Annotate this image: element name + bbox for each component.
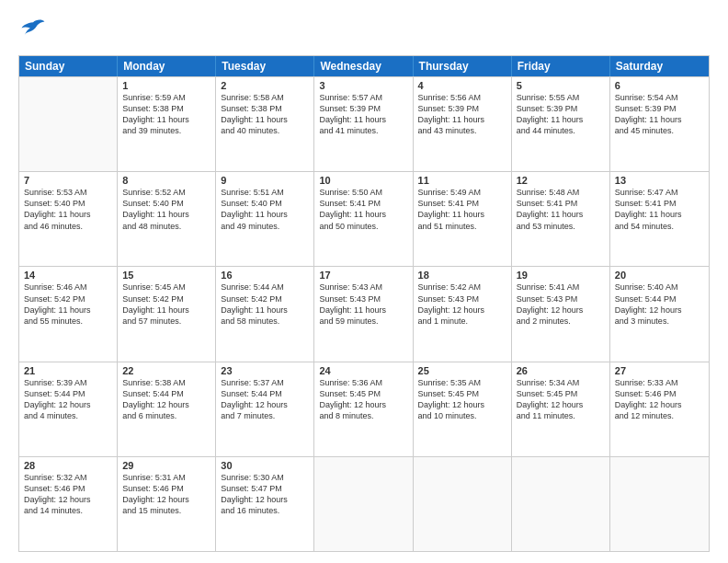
- cell-details: Sunrise: 5:38 AMSunset: 5:44 PMDaylight:…: [122, 377, 210, 422]
- calendar-cell: [19, 77, 118, 171]
- calendar-cell: 24Sunrise: 5:36 AMSunset: 5:45 PMDayligh…: [314, 362, 413, 456]
- cell-details: Sunrise: 5:34 AMSunset: 5:45 PMDaylight:…: [517, 377, 605, 422]
- day-number: 15: [122, 270, 210, 281]
- cell-details: Sunrise: 5:41 AMSunset: 5:43 PMDaylight:…: [517, 282, 605, 327]
- cell-details: Sunrise: 5:54 AMSunset: 5:39 PMDaylight:…: [615, 92, 704, 137]
- day-number: 24: [319, 365, 407, 376]
- calendar-cell: 5Sunrise: 5:55 AMSunset: 5:39 PMDaylight…: [512, 77, 610, 171]
- header-cell-saturday: Saturday: [610, 56, 709, 76]
- cell-details: Sunrise: 5:35 AMSunset: 5:45 PMDaylight:…: [418, 377, 506, 422]
- day-number: 25: [418, 365, 506, 376]
- calendar-cell: 19Sunrise: 5:41 AMSunset: 5:43 PMDayligh…: [512, 267, 610, 361]
- cell-details: Sunrise: 5:53 AMSunset: 5:40 PMDaylight:…: [24, 187, 112, 232]
- calendar-row-0: 1Sunrise: 5:59 AMSunset: 5:38 PMDaylight…: [19, 76, 709, 171]
- day-number: 17: [319, 270, 407, 281]
- header-cell-thursday: Thursday: [414, 56, 512, 76]
- header-cell-tuesday: Tuesday: [216, 56, 314, 76]
- day-number: 5: [517, 80, 605, 91]
- calendar-cell: 14Sunrise: 5:46 AMSunset: 5:42 PMDayligh…: [19, 267, 118, 361]
- cell-details: Sunrise: 5:58 AMSunset: 5:38 PMDaylight:…: [221, 92, 309, 137]
- day-number: 4: [418, 80, 506, 91]
- calendar-cell: 17Sunrise: 5:43 AMSunset: 5:43 PMDayligh…: [314, 267, 413, 361]
- calendar-cell: 18Sunrise: 5:42 AMSunset: 5:43 PMDayligh…: [414, 267, 512, 361]
- calendar-cell: 27Sunrise: 5:33 AMSunset: 5:46 PMDayligh…: [610, 362, 709, 456]
- header-cell-monday: Monday: [118, 56, 216, 76]
- day-number: 16: [221, 270, 309, 281]
- calendar-cell: 4Sunrise: 5:56 AMSunset: 5:39 PMDaylight…: [414, 77, 512, 171]
- calendar-cell: [314, 457, 413, 551]
- calendar-cell: [610, 457, 709, 551]
- calendar-row-3: 21Sunrise: 5:39 AMSunset: 5:44 PMDayligh…: [19, 362, 709, 456]
- day-number: 28: [24, 460, 112, 471]
- cell-details: Sunrise: 5:51 AMSunset: 5:40 PMDaylight:…: [221, 187, 309, 232]
- calendar-cell: 15Sunrise: 5:45 AMSunset: 5:42 PMDayligh…: [118, 267, 216, 361]
- day-number: 11: [418, 175, 506, 186]
- day-number: 23: [221, 365, 309, 376]
- calendar-cell: [512, 457, 610, 551]
- header-cell-friday: Friday: [512, 56, 610, 76]
- calendar-cell: 25Sunrise: 5:35 AMSunset: 5:45 PMDayligh…: [414, 362, 512, 456]
- calendar-cell: [414, 457, 512, 551]
- calendar-header: SundayMondayTuesdayWednesdayThursdayFrid…: [19, 56, 709, 76]
- cell-details: Sunrise: 5:44 AMSunset: 5:42 PMDaylight:…: [221, 282, 309, 327]
- cell-details: Sunrise: 5:59 AMSunset: 5:38 PMDaylight:…: [122, 92, 210, 137]
- calendar-cell: 8Sunrise: 5:52 AMSunset: 5:40 PMDaylight…: [118, 172, 216, 266]
- calendar-cell: 22Sunrise: 5:38 AMSunset: 5:44 PMDayligh…: [118, 362, 216, 456]
- calendar-cell: 12Sunrise: 5:48 AMSunset: 5:41 PMDayligh…: [512, 172, 610, 266]
- calendar-cell: 16Sunrise: 5:44 AMSunset: 5:42 PMDayligh…: [216, 267, 314, 361]
- logo-icon: [20, 17, 46, 42]
- day-number: 8: [122, 175, 210, 186]
- calendar-cell: 20Sunrise: 5:40 AMSunset: 5:44 PMDayligh…: [610, 267, 709, 361]
- day-number: 14: [24, 270, 112, 281]
- cell-details: Sunrise: 5:55 AMSunset: 5:39 PMDaylight:…: [517, 92, 605, 137]
- calendar-cell: 21Sunrise: 5:39 AMSunset: 5:44 PMDayligh…: [19, 362, 118, 456]
- day-number: 2: [221, 80, 309, 91]
- cell-details: Sunrise: 5:39 AMSunset: 5:44 PMDaylight:…: [24, 377, 112, 422]
- calendar-cell: 2Sunrise: 5:58 AMSunset: 5:38 PMDaylight…: [216, 77, 314, 171]
- calendar-row-4: 28Sunrise: 5:32 AMSunset: 5:46 PMDayligh…: [19, 456, 709, 551]
- calendar-cell: 10Sunrise: 5:50 AMSunset: 5:41 PMDayligh…: [314, 172, 413, 266]
- cell-details: Sunrise: 5:32 AMSunset: 5:46 PMDaylight:…: [24, 472, 112, 517]
- day-number: 27: [615, 365, 704, 376]
- cell-details: Sunrise: 5:57 AMSunset: 5:39 PMDaylight:…: [319, 92, 407, 137]
- cell-details: Sunrise: 5:52 AMSunset: 5:40 PMDaylight:…: [122, 187, 210, 232]
- calendar-cell: 26Sunrise: 5:34 AMSunset: 5:45 PMDayligh…: [512, 362, 610, 456]
- calendar-cell: 29Sunrise: 5:31 AMSunset: 5:46 PMDayligh…: [118, 457, 216, 551]
- day-number: 20: [615, 270, 704, 281]
- calendar-body: 1Sunrise: 5:59 AMSunset: 5:38 PMDaylight…: [19, 76, 709, 551]
- calendar-cell: 6Sunrise: 5:54 AMSunset: 5:39 PMDaylight…: [610, 77, 709, 171]
- day-number: 29: [122, 460, 210, 471]
- calendar-cell: 30Sunrise: 5:30 AMSunset: 5:47 PMDayligh…: [216, 457, 314, 551]
- day-number: 12: [517, 175, 605, 186]
- header-cell-sunday: Sunday: [19, 56, 118, 76]
- day-number: 26: [517, 365, 605, 376]
- calendar-cell: 3Sunrise: 5:57 AMSunset: 5:39 PMDaylight…: [314, 77, 413, 171]
- cell-details: Sunrise: 5:48 AMSunset: 5:41 PMDaylight:…: [517, 187, 605, 232]
- calendar-cell: 7Sunrise: 5:53 AMSunset: 5:40 PMDaylight…: [19, 172, 118, 266]
- day-number: 3: [319, 80, 407, 91]
- cell-details: Sunrise: 5:43 AMSunset: 5:43 PMDaylight:…: [319, 282, 407, 327]
- day-number: 13: [615, 175, 704, 186]
- cell-details: Sunrise: 5:30 AMSunset: 5:47 PMDaylight:…: [221, 472, 309, 517]
- day-number: 18: [418, 270, 506, 281]
- calendar: SundayMondayTuesdayWednesdayThursdayFrid…: [18, 55, 710, 552]
- cell-details: Sunrise: 5:46 AMSunset: 5:42 PMDaylight:…: [24, 282, 112, 327]
- calendar-row-2: 14Sunrise: 5:46 AMSunset: 5:42 PMDayligh…: [19, 266, 709, 361]
- calendar-cell: 28Sunrise: 5:32 AMSunset: 5:46 PMDayligh…: [19, 457, 118, 551]
- day-number: 21: [24, 365, 112, 376]
- cell-details: Sunrise: 5:33 AMSunset: 5:46 PMDaylight:…: [615, 377, 704, 422]
- cell-details: Sunrise: 5:40 AMSunset: 5:44 PMDaylight:…: [615, 282, 704, 327]
- calendar-cell: 9Sunrise: 5:51 AMSunset: 5:40 PMDaylight…: [216, 172, 314, 266]
- header-cell-wednesday: Wednesday: [314, 56, 413, 76]
- calendar-cell: 11Sunrise: 5:49 AMSunset: 5:41 PMDayligh…: [414, 172, 512, 266]
- header: [18, 17, 710, 46]
- day-number: 30: [221, 460, 309, 471]
- cell-details: Sunrise: 5:47 AMSunset: 5:41 PMDaylight:…: [615, 187, 704, 232]
- day-number: 1: [122, 80, 210, 91]
- cell-details: Sunrise: 5:50 AMSunset: 5:41 PMDaylight:…: [319, 187, 407, 232]
- cell-details: Sunrise: 5:42 AMSunset: 5:43 PMDaylight:…: [418, 282, 506, 327]
- day-number: 7: [24, 175, 112, 186]
- cell-details: Sunrise: 5:31 AMSunset: 5:46 PMDaylight:…: [122, 472, 210, 517]
- day-number: 9: [221, 175, 309, 186]
- cell-details: Sunrise: 5:37 AMSunset: 5:44 PMDaylight:…: [221, 377, 309, 422]
